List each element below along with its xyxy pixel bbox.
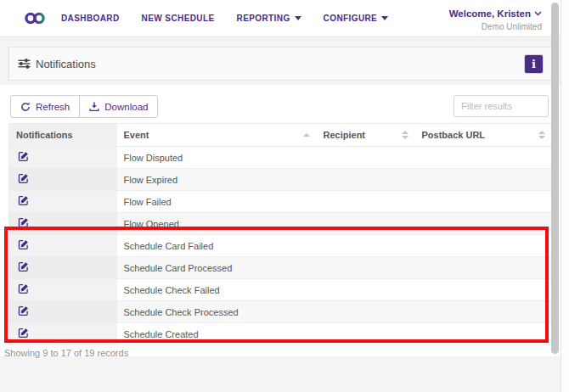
postback-url-cell	[415, 235, 553, 257]
recipient-cell	[317, 169, 415, 191]
postback-url-cell	[415, 257, 553, 279]
edit-icon[interactable]	[18, 283, 29, 294]
recipient-cell	[317, 279, 415, 301]
download-label: Download	[104, 102, 148, 112]
notifications-cell	[9, 235, 117, 257]
page-title: Notifications	[36, 58, 96, 70]
postback-url-cell	[415, 323, 553, 345]
notifications-table: NotificationsEventRecipientPostback URL …	[8, 123, 553, 345]
welcome-label: Welcome, Kristen	[449, 8, 531, 19]
postback-url-cell	[415, 213, 553, 235]
event-cell: Flow Disputed	[117, 147, 317, 169]
event-cell: Schedule Check Failed	[117, 279, 317, 301]
caret-down-icon	[381, 16, 388, 20]
column-header-recipient[interactable]: Recipient	[317, 124, 415, 147]
postback-url-cell	[415, 301, 553, 323]
table-toolbar: Refresh Download	[0, 85, 561, 120]
sort-both-icon	[538, 131, 545, 139]
edit-icon[interactable]	[18, 239, 29, 250]
notifications-cell	[9, 213, 117, 235]
top-navbar: DASHBOARDNEW SCHEDULEREPORTINGCONFIGURE …	[0, 0, 561, 37]
notifications-cell	[9, 323, 117, 345]
notifications-cell	[9, 301, 117, 323]
recipient-cell	[317, 191, 415, 213]
table-row-highlighted: Schedule Created	[9, 323, 553, 345]
edit-icon[interactable]	[18, 217, 29, 228]
edit-icon[interactable]	[18, 173, 29, 184]
table-row: Flow Expired	[9, 169, 553, 191]
recipient-cell	[317, 257, 415, 279]
table-row: Flow Disputed	[9, 147, 553, 169]
sliders-icon	[18, 58, 31, 70]
postback-url-cell	[415, 169, 553, 191]
notifications-cell	[9, 147, 117, 169]
table-row-highlighted: Schedule Check Failed	[9, 279, 553, 301]
event-cell: Schedule Card Processed	[117, 257, 317, 279]
chevron-down-icon	[534, 11, 542, 16]
column-label: Notifications	[16, 130, 73, 140]
postback-url-cell	[415, 147, 553, 169]
recipient-cell	[317, 213, 415, 235]
table-body: Flow Disputed Flow Expired Flow Failed F…	[9, 147, 553, 345]
edit-icon[interactable]	[18, 151, 29, 162]
account-name: Demo Unlimited	[449, 22, 542, 31]
page-header: Notifications i	[8, 47, 552, 81]
sort-both-icon	[402, 131, 408, 139]
edit-icon[interactable]	[18, 305, 29, 316]
column-label: Event	[124, 130, 149, 140]
refresh-button[interactable]: Refresh	[10, 95, 80, 118]
toolbar-button-group: Refresh Download	[10, 95, 158, 118]
postback-url-cell	[415, 279, 553, 301]
refresh-icon	[20, 102, 31, 112]
nav-item-configure[interactable]: CONFIGURE	[324, 14, 389, 23]
nav-items: DASHBOARDNEW SCHEDULEREPORTINGCONFIGURE	[61, 14, 388, 23]
table-row-highlighted: Schedule Card Processed	[9, 257, 553, 279]
user-menu: Welcome, Kristen Demo Unlimited	[449, 5, 547, 31]
column-header-event[interactable]: Event	[117, 124, 317, 147]
recipient-cell	[317, 301, 415, 323]
table-row: Flow Opened	[9, 213, 553, 235]
notifications-cell	[9, 257, 117, 279]
info-icon[interactable]: i	[525, 55, 543, 73]
event-cell: Flow Opened	[117, 213, 317, 235]
download-icon	[89, 102, 99, 112]
table-row-highlighted: Schedule Card Failed	[9, 235, 553, 257]
vertical-scrollbar[interactable]	[551, 3, 559, 354]
notifications-cell	[9, 191, 117, 213]
recipient-cell	[317, 323, 415, 345]
table-header-row: NotificationsEventRecipientPostback URL	[9, 124, 553, 147]
sort-asc-icon	[303, 133, 310, 137]
caret-down-icon	[295, 16, 301, 20]
nav-item-dashboard[interactable]: DASHBOARD	[61, 14, 120, 23]
notifications-cell	[9, 169, 117, 191]
column-header-postback-url[interactable]: Postback URL	[415, 124, 553, 147]
nav-item-new-schedule[interactable]: NEW SCHEDULE	[142, 14, 215, 23]
event-cell: Schedule Card Failed	[117, 235, 317, 257]
nav-item-reporting[interactable]: REPORTING	[237, 14, 301, 23]
event-cell: Flow Failed	[117, 191, 317, 213]
postback-url-cell	[415, 191, 553, 213]
column-header-notifications: Notifications	[9, 124, 117, 147]
main-content: Refresh Download Notifi	[0, 85, 561, 356]
recipient-cell	[317, 147, 415, 169]
app-window: DASHBOARDNEW SCHEDULEREPORTINGCONFIGURE …	[0, 0, 569, 392]
user-menu-toggle[interactable]: Welcome, Kristen	[449, 8, 542, 19]
edit-icon[interactable]	[18, 195, 29, 206]
notifications-cell	[9, 279, 117, 301]
column-label: Postback URL	[422, 130, 486, 140]
edit-icon[interactable]	[18, 261, 29, 272]
edit-icon[interactable]	[18, 328, 29, 339]
recipient-cell	[317, 235, 415, 257]
event-cell: Schedule Created	[117, 323, 317, 345]
column-label: Recipient	[324, 130, 366, 140]
event-cell: Flow Expired	[117, 169, 317, 191]
download-button[interactable]: Download	[79, 95, 158, 118]
table-row-highlighted: Schedule Check Processed	[9, 301, 553, 323]
infinity-logo-icon[interactable]	[24, 12, 46, 25]
event-cell: Schedule Check Processed	[117, 301, 317, 323]
browser-viewport: DASHBOARDNEW SCHEDULEREPORTINGCONFIGURE …	[0, 0, 561, 392]
records-summary: Showing 9 to 17 of 19 records	[4, 348, 561, 358]
refresh-label: Refresh	[36, 102, 70, 112]
table-row: Flow Failed	[9, 191, 553, 213]
filter-results-input[interactable]	[454, 95, 549, 117]
